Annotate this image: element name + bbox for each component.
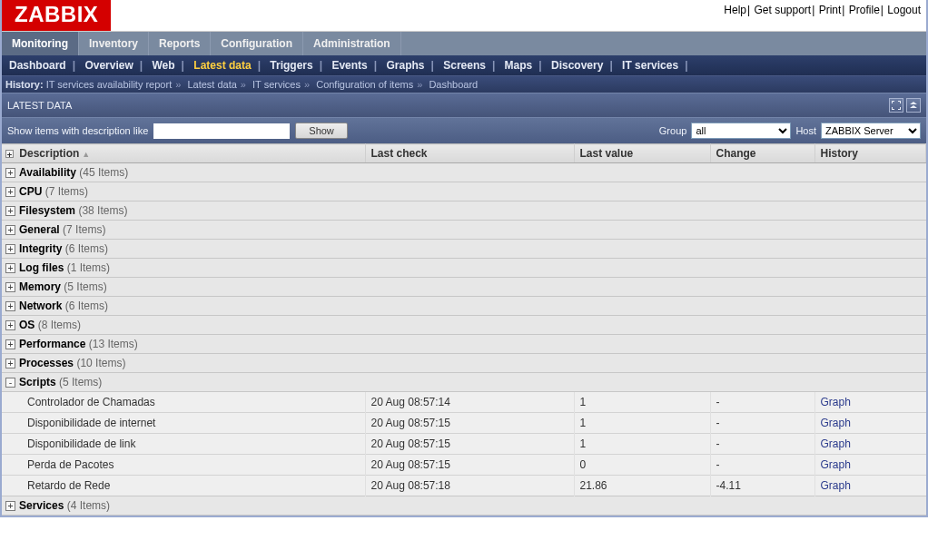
filter-desc-label: Show items with description like <box>7 125 148 136</box>
tab-inventory[interactable]: Inventory <box>79 32 149 55</box>
expand-icon[interactable]: + <box>5 359 15 368</box>
history-item[interactable]: Latest data <box>187 79 236 90</box>
main-nav: Monitoring Inventory Reports Configurati… <box>2 32 926 55</box>
tab-reports[interactable]: Reports <box>149 32 211 55</box>
group-count: (38 Items) <box>75 204 127 217</box>
expand-icon[interactable]: + <box>5 339 15 349</box>
latest-data-table: + Description▲ Last check Last value Cha… <box>2 143 926 516</box>
col-header-change[interactable]: Change <box>710 144 814 163</box>
col-header-description[interactable]: + Description▲ <box>2 144 365 163</box>
host-select[interactable]: ZABBIX Server <box>821 123 921 139</box>
cell-change: - <box>710 392 814 413</box>
subtab-overview[interactable]: Overview <box>84 59 133 72</box>
expand-icon[interactable]: + <box>5 501 15 511</box>
subtab-web[interactable]: Web <box>152 59 174 72</box>
subtab-screens[interactable]: Screens <box>443 59 486 72</box>
subtab-events[interactable]: Events <box>331 59 367 72</box>
link-profile[interactable]: Profile <box>849 4 880 16</box>
expand-icon[interactable]: + <box>5 301 15 311</box>
group-row[interactable]: +Availability (45 Items) <box>2 163 926 182</box>
group-row[interactable]: +Integrity (6 Items) <box>2 240 926 259</box>
history-link[interactable]: Graph <box>821 479 851 492</box>
cell-last-check: 20 Aug 08:57:14 <box>365 392 574 413</box>
expand-icon[interactable]: + <box>5 206 15 216</box>
history-item[interactable]: IT services availability report <box>46 79 173 90</box>
filter-desc-input[interactable] <box>153 123 290 139</box>
page-title: LATEST DATA <box>7 100 72 111</box>
show-button[interactable]: Show <box>295 123 348 139</box>
subtab-latest-data[interactable]: Latest data <box>193 59 251 72</box>
group-row[interactable]: +Log files (1 Items) <box>2 259 926 278</box>
group-select[interactable]: all <box>691 123 791 139</box>
tab-configuration[interactable]: Configuration <box>211 32 303 55</box>
history-item[interactable]: IT services <box>252 79 301 90</box>
group-count: (5 Items) <box>61 280 107 293</box>
expand-icon[interactable]: + <box>5 187 15 197</box>
history-link[interactable]: Graph <box>821 437 851 450</box>
subtab-maps[interactable]: Maps <box>505 59 533 72</box>
subtab-triggers[interactable]: Triggers <box>270 59 312 72</box>
cell-description: Retardo de Rede <box>2 476 365 496</box>
section-title-bar: LATEST DATA <box>2 93 926 117</box>
group-row[interactable]: +OS (8 Items) <box>2 316 926 335</box>
collapse-icon[interactable]: - <box>5 378 15 388</box>
subtab-discovery[interactable]: Discovery <box>551 59 603 72</box>
col-header-last-value[interactable]: Last value <box>574 144 710 163</box>
group-row[interactable]: +Services (4 Items) <box>2 496 926 516</box>
expand-icon[interactable]: + <box>5 168 15 178</box>
history-label: History: <box>5 79 44 90</box>
expand-icon[interactable]: + <box>5 263 15 273</box>
breadcrumb: History: IT services availability report… <box>2 75 926 93</box>
cell-last-value: 1 <box>574 392 710 413</box>
group-name: Integrity <box>19 242 62 255</box>
group-row[interactable]: +CPU (7 Items) <box>2 182 926 201</box>
cell-last-value: 1 <box>574 413 710 434</box>
expand-icon[interactable]: + <box>5 244 15 254</box>
app-logo: ZABBIX <box>2 0 111 31</box>
tab-monitoring[interactable]: Monitoring <box>2 32 79 55</box>
group-count: (13 Items) <box>85 338 137 350</box>
table-row: Disponibilidade de link20 Aug 08:57:151-… <box>2 434 926 455</box>
group-row[interactable]: +Network (6 Items) <box>2 297 926 316</box>
link-print[interactable]: Print <box>819 4 842 16</box>
cell-last-value: 0 <box>574 455 710 476</box>
history-item[interactable]: Dashboard <box>429 79 478 90</box>
subtab-graphs[interactable]: Graphs <box>386 59 424 72</box>
cell-history: Graph <box>814 434 926 455</box>
cell-history: Graph <box>814 392 926 413</box>
group-row[interactable]: +Filesystem (38 Items) <box>2 201 926 221</box>
expand-icon[interactable]: + <box>5 225 15 235</box>
expand-icon[interactable]: + <box>5 282 15 292</box>
history-link[interactable]: Graph <box>821 417 851 429</box>
col-header-last-check[interactable]: Last check <box>365 144 574 163</box>
fullscreen-icon[interactable] <box>889 98 903 113</box>
group-count: (6 Items) <box>62 242 108 255</box>
group-row[interactable]: +Memory (5 Items) <box>2 278 926 297</box>
collapse-up-icon[interactable] <box>906 98 921 113</box>
group-row[interactable]: -Scripts (5 Items) <box>2 373 926 392</box>
expand-icon[interactable]: + <box>5 320 15 330</box>
group-row[interactable]: +General (7 Items) <box>2 221 926 240</box>
col-header-history[interactable]: History <box>814 144 926 163</box>
subtab-dashboard[interactable]: Dashboard <box>9 59 66 72</box>
cell-last-value: 1 <box>574 434 710 455</box>
cell-last-check: 20 Aug 08:57:15 <box>365 455 574 476</box>
group-row[interactable]: +Processes (10 Items) <box>2 354 926 373</box>
link-logout[interactable]: Logout <box>887 4 921 16</box>
expand-all-icon[interactable]: + <box>5 150 14 158</box>
sub-nav: Dashboard| Overview| Web| Latest data| T… <box>2 55 926 75</box>
group-name: Processes <box>19 357 74 369</box>
cell-last-check: 20 Aug 08:57:15 <box>365 434 574 455</box>
subtab-it-services[interactable]: IT services <box>622 59 678 72</box>
group-row[interactable]: +Performance (13 Items) <box>2 335 926 354</box>
history-item[interactable]: Configuration of items <box>316 79 413 90</box>
cell-description: Disponibilidade de internet <box>2 413 365 434</box>
tab-administration[interactable]: Administration <box>303 32 401 55</box>
history-link[interactable]: Graph <box>821 396 851 408</box>
group-name: Services <box>19 499 64 512</box>
link-get-support[interactable]: Get support <box>754 4 811 16</box>
history-link[interactable]: Graph <box>821 458 851 471</box>
link-help[interactable]: Help <box>724 4 746 16</box>
group-count: (7 Items) <box>60 223 106 236</box>
cell-history: Graph <box>814 413 926 434</box>
